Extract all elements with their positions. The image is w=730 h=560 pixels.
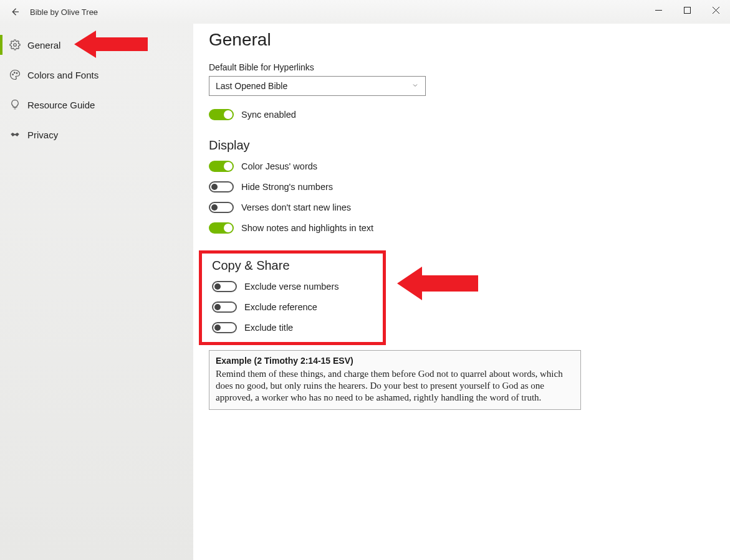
handshake-icon	[9, 128, 21, 141]
toggle-label: Verses don't start new lines	[241, 202, 351, 212]
toggle-label: Exclude reference	[244, 302, 317, 312]
sidebar-item-label: Colors and Fonts	[27, 70, 98, 80]
toggle-show-notes[interactable]	[209, 222, 234, 234]
sidebar: General Colors and Fonts Resource Guide …	[0, 24, 193, 560]
sidebar-item-general[interactable]: General	[0, 30, 193, 60]
toggle-label: Show notes and highlights in text	[241, 223, 373, 233]
copy-share-heading: Copy & Share	[212, 259, 377, 273]
maximize-icon	[684, 7, 691, 14]
app-title: Bible by Olive Tree	[30, 7, 98, 17]
window-controls	[644, 0, 730, 20]
toggle-verses-new-lines[interactable]	[209, 202, 234, 213]
example-box: Example (2 Timothy 2:14-15 ESV) Remind t…	[209, 350, 581, 410]
page-title: General	[209, 30, 730, 50]
svg-point-4	[16, 73, 17, 74]
toggle-label: Exclude verse numbers	[244, 282, 339, 292]
default-bible-select[interactable]: Last Opened Bible	[209, 76, 426, 96]
minimize-icon	[655, 7, 662, 14]
sidebar-item-privacy[interactable]: Privacy	[0, 120, 193, 149]
maximize-button[interactable]	[673, 0, 701, 20]
sync-toggle[interactable]	[209, 109, 234, 120]
default-bible-value: Last Opened Bible	[216, 81, 287, 91]
toggle-color-jesus-words[interactable]	[209, 161, 234, 172]
svg-rect-0	[684, 7, 690, 13]
svg-point-3	[14, 72, 16, 74]
example-heading: Example (2 Timothy 2:14-15 ESV)	[216, 356, 574, 366]
sidebar-item-resource-guide[interactable]: Resource Guide	[0, 90, 193, 120]
svg-point-1	[14, 44, 17, 47]
sidebar-item-colors-fonts[interactable]: Colors and Fonts	[0, 60, 193, 90]
sidebar-item-label: General	[27, 40, 60, 50]
chevron-down-icon	[411, 82, 419, 91]
gear-icon	[9, 39, 21, 51]
back-button[interactable]	[0, 0, 30, 24]
minimize-button[interactable]	[644, 0, 673, 20]
close-button[interactable]	[701, 0, 730, 20]
titlebar: Bible by Olive Tree	[0, 0, 730, 24]
svg-point-2	[12, 74, 14, 75]
sync-label: Sync enabled	[241, 110, 296, 120]
toggle-label: Color Jesus' words	[241, 161, 317, 171]
default-bible-label: Default Bible for Hyperlinks	[209, 62, 730, 72]
toggle-exclude-verse-numbers[interactable]	[212, 281, 237, 292]
toggle-hide-strongs[interactable]	[209, 181, 234, 192]
palette-icon	[9, 69, 21, 81]
sidebar-item-label: Resource Guide	[27, 100, 95, 110]
toggle-label: Exclude title	[244, 323, 293, 333]
copy-share-highlight-box: Copy & Share Exclude verse numbers Exclu…	[199, 250, 386, 345]
content-area: General Default Bible for Hyperlinks Las…	[193, 24, 730, 560]
toggle-label: Hide Strong's numbers	[241, 182, 333, 192]
example-body: Remind them of these things, and charge …	[216, 368, 574, 403]
back-arrow-icon	[9, 6, 21, 17]
display-heading: Display	[209, 138, 730, 153]
lightbulb-icon	[9, 98, 21, 111]
sidebar-item-label: Privacy	[27, 130, 58, 140]
toggle-exclude-reference[interactable]	[212, 301, 237, 313]
toggle-exclude-title[interactable]	[212, 322, 237, 333]
close-icon	[713, 7, 719, 14]
